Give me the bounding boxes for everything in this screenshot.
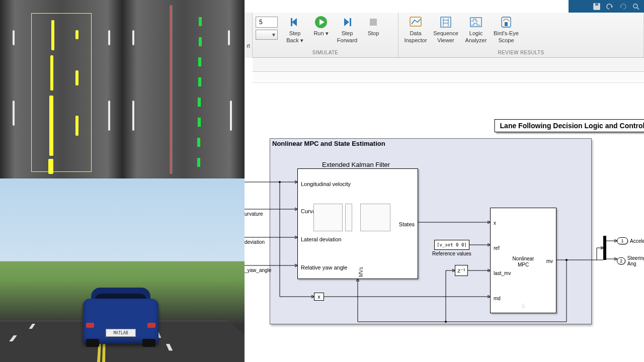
play-icon: [314, 15, 328, 29]
birds-eye-icon: [499, 15, 513, 29]
logic-analyzer-icon: [469, 15, 483, 29]
svg-marker-2: [611, 5, 613, 8]
nlmpc-block[interactable]: x ref last_mv md mv NonlinearMPC ⇩: [490, 208, 556, 313]
svg-rect-12: [370, 19, 377, 26]
ekf-inner-block-2: [345, 204, 352, 231]
ekf-inner-block-3: [360, 204, 390, 231]
ego-vehicle: MATLAB: [78, 273, 164, 348]
title-bar: [569, 0, 644, 13]
search-icon[interactable]: [632, 3, 640, 11]
save-icon[interactable]: [593, 3, 601, 11]
step-back-icon: [288, 15, 302, 29]
reference-values-block[interactable]: [v_set 0 0]: [434, 240, 469, 250]
undo-icon[interactable]: [606, 3, 614, 11]
svg-rect-14: [441, 17, 451, 27]
run-button[interactable]: Run ▾: [309, 14, 333, 39]
stop-button[interactable]: Stop: [361, 14, 385, 39]
truncated-toolstrip-btn[interactable]: rt: [245, 13, 253, 58]
license-plate: MATLAB: [106, 329, 136, 337]
svg-marker-3: [620, 5, 621, 8]
mpc-port-md: md: [494, 296, 501, 301]
stop-time-input[interactable]: [256, 17, 278, 28]
svg-rect-21: [505, 22, 508, 26]
svg-rect-1: [595, 4, 598, 6]
stop-icon: [366, 15, 380, 29]
outport-acceleration-label: Acceleration: [630, 238, 644, 244]
mpc-port-x: x: [494, 220, 496, 226]
svg-rect-11: [350, 18, 351, 26]
svg-point-4: [633, 4, 637, 8]
step-back-button[interactable]: StepBack ▾: [283, 14, 307, 46]
svg-line-5: [637, 8, 639, 10]
lane-detection-views: [0, 0, 245, 178]
explorer-sub-bar: [253, 72, 644, 83]
step-forward-button[interactable]: StepForward: [335, 14, 359, 46]
ekf-port-ld: Lateral deviation: [301, 236, 342, 242]
mpc-port-lastmv: last_mv: [494, 270, 511, 276]
svg-marker-10: [344, 18, 349, 26]
simulate-group: ▾ StepBack ▾ Run ▾ StepForward Stop SIMU…: [253, 13, 398, 57]
outport-steering-label: Steering Ang: [627, 255, 644, 266]
stop-time-field-wrap: ▾: [256, 14, 278, 40]
birds-eye-scope-button[interactable]: Bird's-EyeScope: [492, 14, 520, 46]
reference-values-label: Reference values: [432, 251, 471, 256]
svg-rect-13: [410, 17, 421, 26]
mpc-expand-icon: ⇩: [521, 303, 526, 310]
demux-block[interactable]: [603, 236, 606, 260]
data-inspector-icon: [409, 15, 423, 29]
fitted-lane-right-dash: [199, 17, 202, 26]
outport-acceleration[interactable]: 1 Acceleration: [617, 237, 644, 244]
outport-steering[interactable]: 2 Steering Ang: [617, 255, 644, 266]
explorer-bar[interactable]: [253, 58, 644, 72]
toolstrip: ▾ StepBack ▾ Run ▾ StepForward Stop SIMU…: [253, 13, 644, 58]
svg-marker-6: [292, 18, 297, 26]
ekf-port-ryaw: Relative yaw angle: [301, 264, 347, 270]
signal-yaw: _yaw_angle: [245, 267, 271, 273]
vehicle-3d-view: MATLAB: [0, 178, 245, 362]
birds-eye-right: [122, 0, 245, 178]
redo-icon[interactable]: [619, 3, 627, 11]
ekf-port-lv: Longitudinal velocity: [301, 181, 351, 187]
birds-eye-left: [0, 0, 122, 178]
ekf-inner-block-1: [313, 204, 343, 231]
signal-curvature: urvature: [245, 211, 263, 217]
ekf-title: Extended Kalman Filter: [322, 161, 390, 168]
step-forward-icon: [340, 15, 354, 29]
subsystem-title: Nonlinear MPC and State Estimation: [270, 139, 591, 148]
mpc-block-name: NonlinearMPC: [491, 256, 556, 268]
diagram-title: Lane Following Decision Logic and Contro…: [495, 119, 644, 132]
mux-block[interactable]: x: [314, 293, 324, 301]
sequence-viewer-button[interactable]: SequenceViewer: [432, 14, 460, 46]
roi-rectangle: [31, 13, 92, 172]
ekf-port-states: States: [399, 221, 415, 227]
data-inspector-button[interactable]: DataInspector: [401, 14, 430, 46]
review-results-group-label: REVIEW RESULTS: [401, 49, 640, 56]
simulation-views-panel: MATLAB: [0, 0, 245, 362]
ekf-port-mvs: MVs: [358, 267, 364, 277]
signal-deviation: deviation: [245, 239, 265, 245]
mode-dropdown[interactable]: ▾: [256, 30, 278, 40]
unit-delay-block[interactable]: z⁻¹: [455, 265, 468, 276]
simulink-canvas[interactable]: Lane Following Decision Logic and Contro…: [245, 83, 644, 362]
logic-analyzer-button[interactable]: LogicAnalyzer: [462, 14, 490, 46]
svg-rect-7: [291, 18, 292, 26]
sequence-viewer-icon: [439, 15, 453, 29]
review-results-group: DataInspector SequenceViewer LogicAnalyz…: [398, 13, 644, 57]
mpc-port-ref: ref: [494, 245, 500, 251]
simulate-group-label: SIMULATE: [256, 49, 395, 56]
